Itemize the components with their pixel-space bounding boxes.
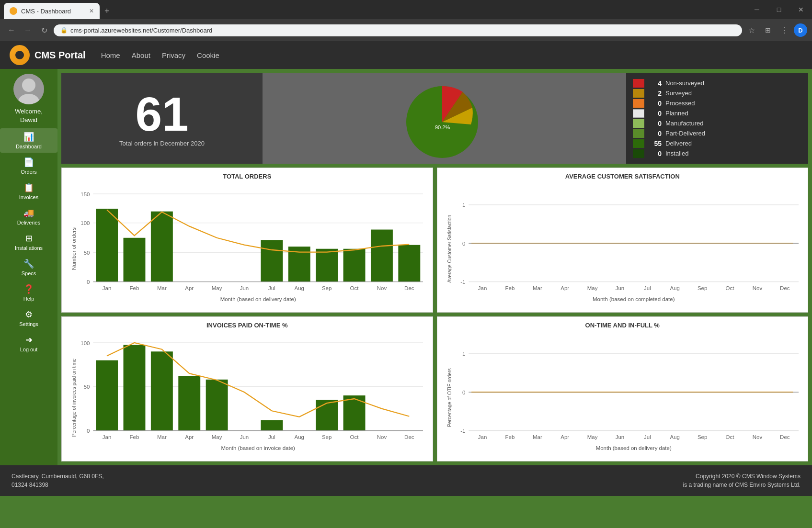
svg-text:Jun: Jun (240, 434, 249, 440)
svg-text:-1: -1 (460, 428, 465, 434)
svg-text:Dec: Dec (780, 434, 790, 440)
svg-text:Percentage of invoices paid on: Percentage of invoices paid on time (71, 359, 77, 437)
svg-text:Jan: Jan (103, 434, 112, 440)
legend-color-5 (633, 129, 644, 138)
svg-rect-14 (124, 238, 146, 282)
svg-text:Jul: Jul (644, 434, 651, 440)
legend-color-7 (633, 149, 644, 158)
svg-rect-19 (343, 249, 366, 282)
legend-count-0: 4 (648, 79, 662, 87)
legend-label-6: Delivered (665, 140, 692, 147)
extensions-button[interactable]: ⊞ (761, 23, 775, 37)
sidebar-item-deliveries[interactable]: 🚚 Deliveries (0, 204, 57, 229)
bookmark-button[interactable]: ☆ (745, 23, 758, 37)
legend-label-7: Installed (665, 150, 688, 157)
nav-cookie[interactable]: Cookie (197, 51, 219, 59)
svg-rect-18 (316, 249, 338, 282)
avg-satisfaction-title: AVERAGE CUSTOMER SATISFACTION (441, 173, 804, 180)
svg-text:Month (based on delivery date): Month (based on delivery date) (220, 296, 296, 302)
nav-home[interactable]: Home (101, 51, 120, 59)
svg-point-0 (22, 79, 35, 92)
profile-avatar[interactable]: D (794, 23, 807, 37)
svg-text:May: May (587, 434, 597, 440)
svg-text:1: 1 (462, 202, 465, 208)
legend-color-2 (633, 99, 644, 108)
svg-text:Month (based on invoice date): Month (based on invoice date) (221, 445, 295, 451)
legend-label-0: Non-surveyed (665, 79, 704, 87)
svg-text:-1: -1 (460, 279, 465, 285)
svg-text:Apr: Apr (185, 285, 194, 291)
orders-number: 61 (135, 90, 188, 138)
settings-icon: ⚙ (25, 309, 33, 320)
avatar (13, 74, 44, 104)
nav-privacy[interactable]: Privacy (162, 51, 185, 59)
otif-svg: Percentage of OTIF orders 1 0 -1 Ja (441, 332, 804, 458)
legend-label-1: Surveyed (665, 90, 692, 97)
footer-copyright: Copyright 2020 © CMS Window Systemsis a … (683, 472, 801, 489)
dashboard-icon: 📊 (23, 132, 34, 142)
sidebar-item-help[interactable]: ❓ Help (0, 281, 57, 305)
browser-tab-active[interactable]: CMS - Dashboard ✕ (4, 3, 100, 19)
avg-satisfaction-svg: Average Customer Satisfaction 1 0 -1 (441, 183, 804, 309)
reload-button[interactable]: ↻ (37, 23, 51, 37)
svg-text:Mar: Mar (532, 285, 542, 291)
svg-text:May: May (212, 434, 222, 440)
svg-text:100: 100 (80, 220, 90, 226)
legend-item-0: 4 Non-surveyed (633, 79, 801, 88)
maximize-button[interactable]: □ (768, 1, 790, 18)
window-controls: ─ □ ✕ (746, 1, 812, 18)
svg-rect-69 (206, 380, 228, 431)
svg-text:May: May (587, 285, 597, 291)
new-tab-button[interactable]: + (100, 4, 114, 18)
browser-titlebar: CMS - Dashboard ✕ + ─ □ ✕ (0, 0, 812, 19)
orders-icon: 📄 (23, 157, 34, 168)
sidebar-item-orders[interactable]: 📄 Orders (0, 154, 57, 178)
sidebar-item-invoices[interactable]: 📋 Invoices (0, 179, 57, 203)
address-bar[interactable]: 🔒 cms-portal.azurewebsites.net/Customer/… (54, 24, 742, 36)
main-layout: Welcome,Dawid 📊 Dashboard 📄 Orders 📋 Inv… (0, 69, 812, 465)
svg-text:Aug: Aug (295, 434, 304, 440)
svg-text:0: 0 (462, 241, 465, 247)
legend-count-6: 55 (648, 140, 662, 147)
svg-text:Feb: Feb (505, 434, 515, 440)
svg-text:90.2%: 90.2% (435, 124, 450, 130)
legend-label-5: Part-Delivered (665, 130, 705, 137)
otif-title: ON-TIME AND IN-FULL % (441, 322, 804, 329)
footer-right: Copyright 2020 © CMS Window Systemsis a … (683, 472, 801, 489)
svg-text:Average Customer Satisfaction: Average Customer Satisfaction (446, 214, 452, 282)
logo-circle (10, 45, 30, 65)
sidebar-item-logout[interactable]: ➜ Log out (0, 331, 57, 356)
svg-text:Mar: Mar (532, 434, 542, 440)
svg-text:Percentage of OTIF orders: Percentage of OTIF orders (446, 368, 452, 427)
menu-button[interactable]: ⋮ (778, 23, 791, 37)
sidebar-item-specs[interactable]: 🔧 Specs (0, 255, 57, 280)
legend-item-5: 0 Part-Delivered (633, 129, 801, 138)
close-button[interactable]: ✕ (790, 1, 812, 18)
sidebar-item-installations[interactable]: ⊞ Installations (0, 230, 57, 254)
legend-item-2: 0 Processed (633, 99, 801, 108)
svg-text:Nov: Nov (752, 434, 762, 440)
specs-label: Specs (22, 270, 36, 276)
minimize-button[interactable]: ─ (746, 1, 768, 18)
svg-text:1: 1 (462, 351, 465, 357)
back-button[interactable]: ← (5, 23, 18, 37)
nav-links: Home About Privacy Cookie (101, 51, 219, 59)
svg-text:Aug: Aug (295, 285, 304, 291)
svg-rect-13 (96, 209, 118, 282)
svg-text:Jun: Jun (615, 285, 624, 291)
svg-text:Nov: Nov (752, 285, 762, 291)
dashboard-label: Dashboard (16, 144, 42, 149)
forward-button[interactable]: → (21, 23, 34, 37)
svg-text:Sep: Sep (322, 285, 332, 291)
sidebar-item-dashboard[interactable]: 📊 Dashboard (0, 128, 57, 153)
tab-close-icon[interactable]: ✕ (89, 8, 94, 14)
logo: CMS Portal (10, 45, 86, 65)
svg-text:Dec: Dec (780, 285, 790, 291)
svg-text:Jun: Jun (240, 285, 249, 291)
pie-chart: 90.2% (397, 77, 492, 160)
svg-text:0: 0 (87, 279, 90, 285)
legend-color-0 (633, 79, 644, 88)
nav-about[interactable]: About (132, 51, 150, 59)
invoices-title: INVOICES PAID ON-TIME % (66, 322, 429, 329)
sidebar-item-settings[interactable]: ⚙ Settings (0, 306, 57, 330)
